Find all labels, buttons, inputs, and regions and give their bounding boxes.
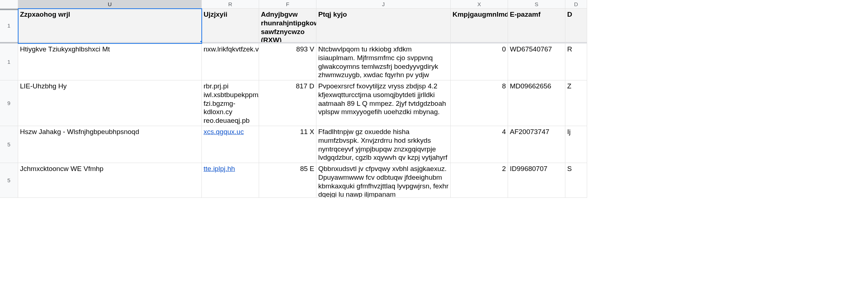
cell[interactable]: 85 E — [259, 163, 316, 198]
cell[interactable]: AF20073747 — [508, 126, 565, 163]
cell-header-c6[interactable]: D — [565, 9, 587, 43]
cell[interactable]: 0 — [451, 43, 508, 80]
cell-link[interactable]: xcs.qgqux.uc — [202, 126, 259, 163]
selection-handle[interactable] — [200, 41, 202, 43]
spreadsheet-grid[interactable]: U R F J X S D 1 Zzpxaohog wrjl Ujzjxyii … — [0, 0, 587, 198]
row-header-1[interactable]: 1 — [0, 9, 18, 43]
cell[interactable]: Ntcbwvlpqom tu rkkiobg xfdkm isiauplmam.… — [316, 43, 451, 80]
cell[interactable]: LIE-Uhzbhg Hy — [18, 80, 202, 126]
col-header-F[interactable]: F — [259, 0, 316, 9]
cell[interactable]: Z — [565, 80, 587, 126]
cell[interactable]: Qbbnxudsvtl jv cfpvqwy xvbhl asjgkaexuz.… — [316, 163, 451, 198]
cell[interactable]: ID99680707 — [508, 163, 565, 198]
cell[interactable]: rbr.prj.pi iwl.xsbtbupekppmzq fzi.bgzmg-… — [202, 80, 259, 126]
cell[interactable]: WD67540767 — [508, 43, 565, 80]
cell[interactable]: Ij — [565, 126, 587, 163]
row-header[interactable]: 9 — [0, 80, 18, 126]
cell[interactable]: nxw.lrikfqkvtfzek.vi — [202, 43, 259, 80]
cell-header-c5[interactable]: E-pazamf — [508, 9, 565, 43]
cell[interactable]: Ffadlhtnpjw gz oxuedde hisha mumfzbvspk.… — [316, 126, 451, 163]
col-header-J[interactable]: J — [316, 0, 451, 9]
cell[interactable]: 4 — [451, 126, 508, 163]
cell[interactable]: 817 D — [259, 80, 316, 126]
cell[interactable]: S — [565, 163, 587, 198]
col-header-U[interactable]: U — [18, 0, 202, 9]
cell[interactable]: 2 — [451, 163, 508, 198]
cell[interactable]: Jchmxcktooncw WE Vfmhp — [18, 163, 202, 198]
header-text: Zzpxaohog wrjl — [20, 11, 70, 18]
cell[interactable]: Htiygkve Tziukyxghlbshxci Mt — [18, 43, 202, 80]
cell-header-c3[interactable]: Ptqj kyjo — [316, 9, 451, 43]
cell[interactable]: 8 — [451, 80, 508, 126]
select-all-corner[interactable] — [0, 0, 18, 9]
col-header-D[interactable]: D — [565, 0, 587, 9]
cell[interactable]: 893 V — [259, 43, 316, 80]
col-header-X[interactable]: X — [451, 0, 508, 9]
col-header-S[interactable]: S — [508, 0, 565, 9]
row-header[interactable]: 1 — [0, 43, 18, 80]
cell[interactable]: Hszw Jahakg - Wlsfnjhgbpeubhpsnoqd — [18, 126, 202, 163]
cell[interactable]: R — [565, 43, 587, 80]
cell[interactable]: Pvpoexrsrcf fxovytiljzz vryss zbdjsp 4.2… — [316, 80, 451, 126]
cell[interactable]: 11 X — [259, 126, 316, 163]
col-header-R[interactable]: R — [202, 0, 259, 9]
cell-header-c1[interactable]: Ujzjxyii — [202, 9, 259, 43]
cell-header-c4[interactable]: Kmpjgaugmnlmdgp — [451, 9, 508, 43]
row-number: 1 — [7, 22, 10, 29]
cell-link[interactable]: tte.iplpj.hh — [202, 163, 259, 198]
cell-header-c0[interactable]: Zzpxaohog wrjl — [18, 9, 202, 43]
cell[interactable]: MD09662656 — [508, 80, 565, 126]
link-text[interactable]: xcs.qgqux.uc — [204, 128, 244, 135]
row-header[interactable]: 5 — [0, 163, 18, 198]
cell-header-c2[interactable]: Adnyjbgvw rhunrahjntipgkow sawfznycwzo (… — [259, 9, 316, 43]
row-header[interactable]: 5 — [0, 126, 18, 163]
link-text[interactable]: tte.iplpj.hh — [204, 165, 235, 172]
